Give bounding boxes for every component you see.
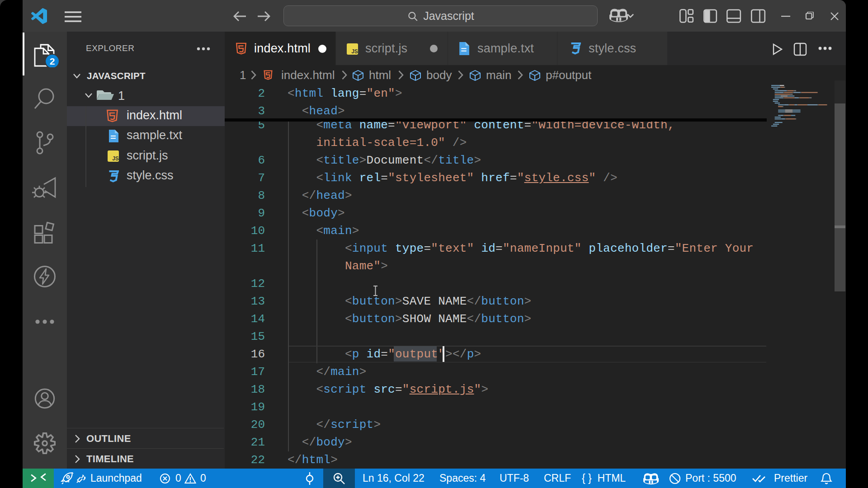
svg-text:JS: JS	[351, 48, 358, 55]
svg-text:JS: JS	[112, 155, 119, 162]
svg-text:2: 2	[50, 56, 55, 66]
